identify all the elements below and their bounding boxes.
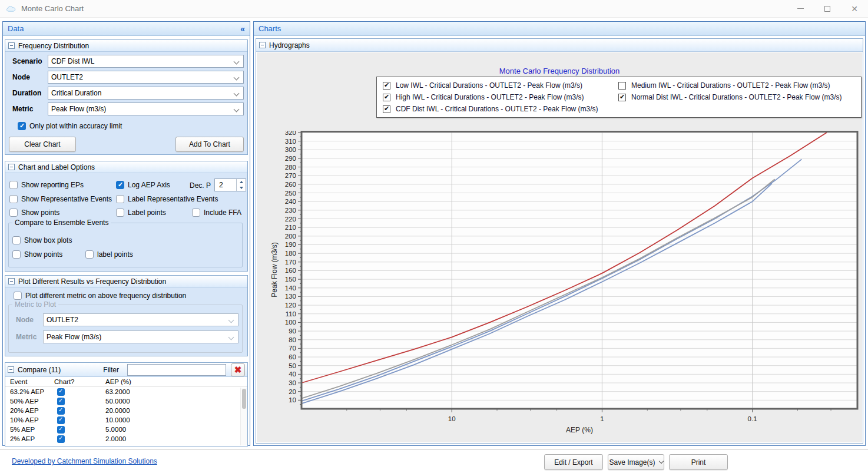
compare-rows: 63.2% AEP63.200050% AEP50.000020% AEP20.…	[5, 387, 247, 444]
legend-item[interactable]: Medium IWL - Critical Durations - OUTLET…	[618, 80, 861, 91]
legend-checkbox[interactable]	[383, 82, 390, 90]
scrollbar-thumb[interactable]	[242, 389, 246, 409]
include-ffa-checkbox[interactable]: Include FFA	[192, 208, 241, 217]
checkbox-label: label points	[97, 250, 133, 259]
charts-panel-title: Charts	[259, 24, 281, 33]
compare-table: Event Chart? AEP (%) 63.2% AEP63.200050%…	[5, 377, 247, 446]
checkbox-box	[12, 236, 21, 244]
chevron-down-icon	[228, 335, 234, 340]
collapse-group-icon[interactable]	[8, 42, 15, 49]
save-images-button[interactable]: Save Image(s)	[608, 454, 664, 470]
collapse-panel-button[interactable]: «	[240, 24, 245, 34]
collapse-group-icon[interactable]	[259, 42, 266, 48]
legend-checkbox[interactable]	[383, 94, 390, 101]
legend-label: CDF Dist IWL - Critical Durations - OUTL…	[396, 105, 598, 113]
developer-link[interactable]: Developed by Catchment Simulation Soluti…	[12, 457, 157, 465]
checkbox-box	[9, 209, 18, 217]
column-header-event[interactable]: Event	[5, 378, 52, 385]
checkbox-label: Show box plots	[24, 236, 72, 244]
label-representative-events-checkbox[interactable]: Label Representative Events	[116, 194, 218, 204]
y-tick-label: 30	[289, 379, 296, 386]
print-button[interactable]: Print	[669, 454, 728, 470]
legend-item[interactable]: CDF Dist IWL - Critical Durations - OUTL…	[383, 103, 618, 115]
chart-checkbox[interactable]	[57, 426, 65, 434]
aep-cell: 50.0000	[101, 398, 165, 405]
checkbox-box	[85, 250, 94, 259]
maximize-button[interactable]	[814, 0, 841, 17]
show-representative-events-checkbox[interactable]: Show Representative Events	[9, 194, 112, 204]
compare-title: Compare (11)	[18, 366, 61, 374]
duration-select[interactable]: Critical Duration	[48, 87, 244, 100]
chart-checkbox-cell	[52, 435, 101, 443]
edit-export-button[interactable]: Edit / Export	[544, 454, 603, 470]
checkbox-box	[116, 209, 124, 217]
column-header-chart[interactable]: Chart?	[52, 378, 101, 385]
chart-label-options-group: Chart and Label Options Show reporting E…	[5, 161, 248, 272]
add-to-chart-button[interactable]: Add To Chart	[175, 137, 244, 152]
chart-area: Monte Carlo Frequency Distribution Low I…	[257, 52, 862, 442]
chart-checkbox[interactable]	[57, 435, 65, 443]
spinner-down-icon[interactable]	[237, 185, 246, 191]
node-select[interactable]: OUTLET2	[48, 71, 244, 84]
label-points-checkbox[interactable]: Label points	[116, 208, 166, 217]
chart-plot[interactable]: 1020304050607080901001101201301401501601…	[257, 131, 864, 440]
close-button[interactable]: ✕	[841, 0, 868, 17]
chart-checkbox[interactable]	[57, 388, 65, 396]
show-points-checkbox[interactable]: Show points	[9, 208, 59, 217]
chart-label-options-header: Chart and Label Options	[5, 161, 247, 173]
legend-label: Normal Dist IWL - Critical Durations - O…	[631, 93, 842, 101]
legend-item[interactable]: Low IWL - Critical Durations - OUTLET2 -…	[383, 80, 618, 91]
scenario-select[interactable]: CDF Dist IWL	[48, 55, 244, 68]
chart-checkbox[interactable]	[57, 398, 65, 405]
checkbox-label: Log AEP Axis	[128, 181, 170, 189]
checkbox-box	[12, 250, 21, 259]
footer-bar: Developed by Catchment Simulation Soluti…	[0, 449, 868, 473]
clear-chart-button[interactable]: Clear Chart	[9, 137, 76, 152]
close-icon: ✕	[851, 5, 858, 13]
chevron-down-icon	[234, 107, 240, 113]
metric-label: Metric	[9, 105, 48, 113]
window-title: Monte Carlo Chart	[21, 4, 84, 13]
show-reporting-eps-checkbox[interactable]: Show reporting EPs	[9, 180, 84, 190]
plot-different-metric-checkbox[interactable]: Plot different metric on above frequency…	[14, 291, 186, 300]
chevron-down-icon	[658, 459, 663, 464]
legend-item[interactable]: High IWL - Critical Durations - OUTLET2 …	[383, 91, 618, 103]
legend-checkbox[interactable]	[383, 105, 390, 113]
ensemble-show-points-checkbox[interactable]: Show points	[12, 250, 62, 259]
compare-scrollbar[interactable]	[240, 388, 247, 445]
chart-legend: Low IWL - Critical Durations - OUTLET2 -…	[376, 77, 862, 118]
collapse-group-icon[interactable]	[8, 366, 14, 373]
spinner-up-icon[interactable]	[237, 179, 246, 185]
y-tick-label: 80	[289, 336, 296, 343]
log-aep-axis-checkbox[interactable]: Log AEP Axis	[116, 180, 170, 190]
node-label: Node	[9, 73, 48, 81]
y-tick-label: 300	[285, 146, 296, 153]
metric-select[interactable]: Peak Flow (m3/s)	[48, 102, 244, 115]
legend-checkbox[interactable]	[618, 82, 626, 90]
checkbox-box	[9, 195, 18, 203]
y-tick-label: 150	[285, 276, 296, 283]
column-header-aep[interactable]: AEP (%)	[101, 378, 165, 385]
metric-label-disabled: Metric	[12, 333, 43, 341]
y-tick-label: 180	[285, 250, 296, 257]
ensemble-label-points-checkbox[interactable]: label points	[85, 250, 133, 259]
dec-p-spinner[interactable]: 2	[214, 178, 246, 191]
filter-input[interactable]	[127, 364, 226, 376]
legend-checkbox[interactable]	[618, 94, 626, 101]
metric-to-plot-fieldset: Metric to Plot Node OUTLET2 Metric Peak …	[8, 305, 243, 353]
clear-filter-button[interactable]: ✖	[231, 363, 245, 376]
accuracy-limit-checkbox[interactable]: Only plot within accuracy limit	[18, 121, 122, 131]
chart-checkbox[interactable]	[57, 407, 65, 415]
show-box-plots-checkbox[interactable]: Show box plots	[12, 236, 72, 245]
collapse-group-icon[interactable]	[8, 278, 15, 285]
chart-checkbox[interactable]	[57, 416, 65, 424]
collapse-group-icon[interactable]	[8, 164, 15, 170]
minimize-button[interactable]	[787, 0, 814, 17]
checkbox-label: Label points	[128, 209, 166, 217]
event-cell: 63.2% AEP	[5, 388, 52, 395]
y-tick-label: 250	[285, 190, 296, 197]
metric-value: Peak Flow (m3/s)	[51, 105, 106, 113]
duration-value: Critical Duration	[51, 89, 101, 97]
checkbox-box	[14, 292, 22, 300]
legend-item[interactable]: Normal Dist IWL - Critical Durations - O…	[618, 91, 861, 103]
